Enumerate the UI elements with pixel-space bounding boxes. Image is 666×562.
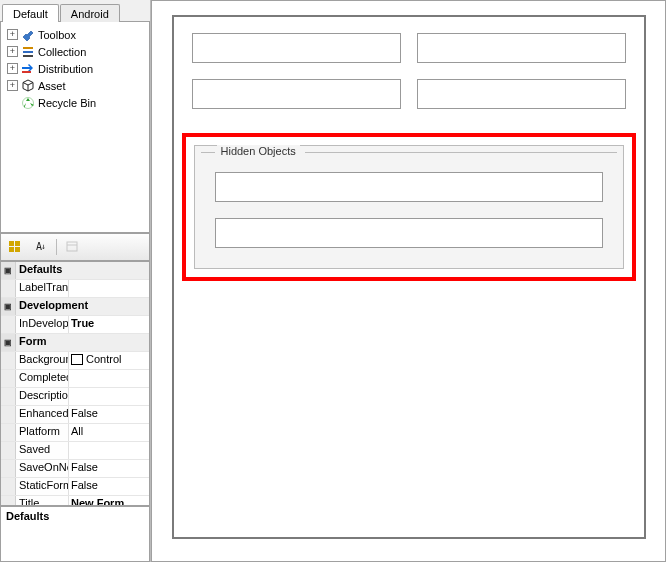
property-grid[interactable]: ▣ Defaults LabelTranslate ▣ Development … [0, 261, 150, 506]
prop-value[interactable]: Control [69, 352, 149, 369]
prop-value[interactable]: False [69, 406, 149, 423]
recycle-icon [21, 96, 35, 110]
toolbox-icon [21, 28, 35, 42]
hidden-objects-legend: Hidden Objects [217, 145, 300, 157]
prop-name: StaticForm [16, 478, 69, 495]
prop-value[interactable] [69, 370, 149, 387]
svg-rect-6 [15, 241, 20, 246]
prop-name: InDevelopment [16, 316, 69, 333]
prop-name: SaveOnNext [16, 460, 69, 477]
svg-rect-0 [23, 47, 33, 49]
tree-item-toolbox[interactable]: + Toolbox [3, 26, 147, 43]
prop-name: LabelTranslate [16, 280, 69, 297]
tree-panel: + Toolbox + Collection + [0, 21, 150, 233]
description-pane: Defaults [0, 506, 150, 562]
category-row-development[interactable]: ▣ Development [1, 298, 149, 316]
prop-name: Title [16, 496, 69, 506]
prop-value[interactable]: True [69, 316, 149, 333]
property-toolbar: A↓ [0, 233, 150, 260]
stack-icon [21, 45, 35, 59]
category-label: Defaults [16, 262, 149, 279]
left-panel: Default Android + Toolbox + Coll [0, 0, 151, 562]
prop-name: EnhancedPrinting [16, 406, 69, 423]
prop-row[interactable]: LabelTranslate [1, 280, 149, 298]
prop-row[interactable]: BackgroundColor Control [1, 352, 149, 370]
tree-item-asset[interactable]: + Asset [3, 77, 147, 94]
category-label: Development [16, 298, 149, 315]
svg-rect-7 [9, 247, 14, 252]
prop-value[interactable] [69, 442, 149, 459]
categorized-button[interactable] [4, 237, 26, 257]
fieldset: Hidden Objects [194, 145, 624, 269]
expand-icon[interactable]: + [7, 63, 18, 74]
tree-label: Collection [38, 46, 86, 58]
form-field[interactable] [192, 79, 401, 109]
collapse-icon[interactable]: ▣ [1, 334, 16, 351]
prop-value[interactable]: All [69, 424, 149, 441]
prop-row[interactable]: Saved [1, 442, 149, 460]
expand-icon[interactable]: + [7, 80, 18, 91]
designer-area: Hidden Objects [151, 0, 666, 562]
prop-row[interactable]: CompletedFormVersion [1, 370, 149, 388]
svg-rect-9 [67, 242, 77, 251]
prop-row[interactable]: Title New Form [1, 496, 149, 506]
tree-item-collection[interactable]: + Collection [3, 43, 147, 60]
svg-rect-2 [23, 55, 33, 57]
svg-rect-5 [9, 241, 14, 246]
tabstrip: Default Android [0, 0, 150, 21]
hidden-field[interactable] [215, 218, 603, 248]
prop-row[interactable]: EnhancedPrinting False [1, 406, 149, 424]
prop-name: CompletedFormVersion [16, 370, 69, 387]
property-pages-button [61, 237, 83, 257]
prop-name: BackgroundColor [16, 352, 69, 369]
collapse-icon[interactable]: ▣ [1, 262, 16, 279]
spacer [7, 98, 18, 107]
svg-rect-8 [15, 247, 20, 252]
category-row-defaults[interactable]: ▣ Defaults [1, 262, 149, 280]
hidden-field[interactable] [215, 172, 603, 202]
tree-label: Asset [38, 80, 66, 92]
app-root: Default Android + Toolbox + Coll [0, 0, 666, 562]
form-field[interactable] [192, 33, 401, 63]
prop-value[interactable] [69, 280, 149, 297]
prop-name: Saved [16, 442, 69, 459]
expand-icon[interactable]: + [7, 29, 18, 40]
tree-label: Toolbox [38, 29, 76, 41]
prop-value[interactable]: New Form [69, 496, 149, 506]
tree-item-recycle[interactable]: Recycle Bin [3, 94, 147, 111]
description-title: Defaults [6, 510, 144, 522]
prop-row[interactable]: SaveOnNext False [1, 460, 149, 478]
form-field[interactable] [417, 79, 626, 109]
hidden-objects-group[interactable]: Hidden Objects [182, 133, 636, 281]
form-field[interactable] [417, 33, 626, 63]
prop-row[interactable]: StaticForm False [1, 478, 149, 496]
cube-icon [21, 79, 35, 93]
alphabetical-button[interactable]: A↓ [30, 237, 52, 257]
prop-name: Description [16, 388, 69, 405]
tree-label: Distribution [38, 63, 93, 75]
collapse-icon[interactable]: ▣ [1, 298, 16, 315]
tree-label: Recycle Bin [38, 97, 96, 109]
arrows-icon [21, 62, 35, 76]
color-swatch [71, 354, 83, 365]
svg-rect-1 [23, 51, 33, 53]
prop-name: Platform [16, 424, 69, 441]
category-row-form[interactable]: ▣ Form [1, 334, 149, 352]
tab-android[interactable]: Android [60, 4, 120, 22]
tree-item-distribution[interactable]: + Distribution [3, 60, 147, 77]
form-surface[interactable]: Hidden Objects [172, 15, 646, 539]
svg-rect-3 [22, 71, 31, 73]
tree: + Toolbox + Collection + [1, 22, 149, 115]
tab-default[interactable]: Default [2, 4, 59, 22]
prop-value[interactable] [69, 388, 149, 405]
prop-row[interactable]: Description [1, 388, 149, 406]
prop-row[interactable]: Platform All [1, 424, 149, 442]
prop-row[interactable]: InDevelopment True [1, 316, 149, 334]
category-label: Form [16, 334, 149, 351]
expand-icon[interactable]: + [7, 46, 18, 57]
prop-value[interactable]: False [69, 460, 149, 477]
prop-value[interactable]: False [69, 478, 149, 495]
